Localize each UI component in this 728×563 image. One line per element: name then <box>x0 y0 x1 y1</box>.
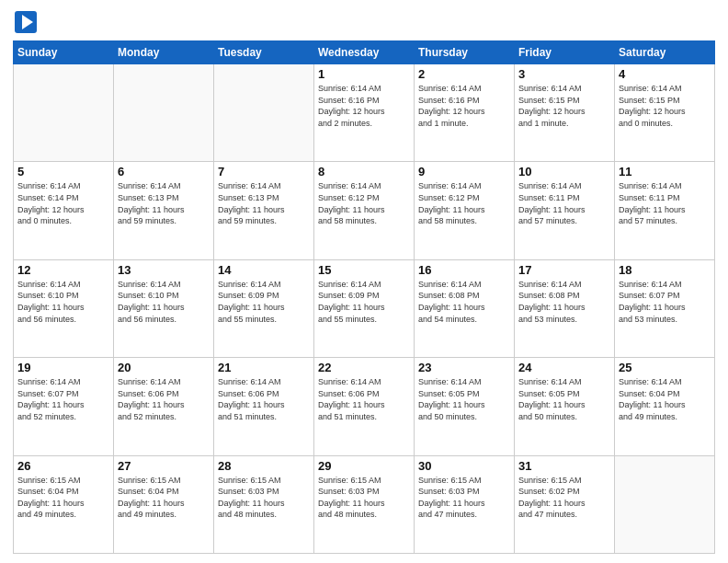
day-number: 28 <box>218 459 310 473</box>
page: SundayMondayTuesdayWednesdayThursdayFrid… <box>0 0 728 563</box>
weekday-header-sunday: Sunday <box>14 41 114 64</box>
day-info: Sunrise: 6:14 AM Sunset: 6:06 PM Dayligh… <box>318 376 410 422</box>
day-number: 18 <box>619 263 711 277</box>
calendar-cell: 7Sunrise: 6:14 AM Sunset: 6:13 PM Daylig… <box>214 162 314 259</box>
day-number: 10 <box>518 165 610 178</box>
day-number: 3 <box>518 67 610 81</box>
day-number: 22 <box>318 361 410 374</box>
calendar-cell: 29Sunrise: 6:15 AM Sunset: 6:03 PM Dayli… <box>314 455 415 553</box>
calendar-cell: 11Sunrise: 6:14 AM Sunset: 6:11 PM Dayli… <box>615 162 715 259</box>
calendar-cell: 26Sunrise: 6:15 AM Sunset: 6:04 PM Dayli… <box>14 455 114 553</box>
calendar-cell: 2Sunrise: 6:14 AM Sunset: 6:16 PM Daylig… <box>415 64 515 162</box>
calendar-cell <box>14 64 114 162</box>
calendar-cell: 28Sunrise: 6:15 AM Sunset: 6:03 PM Dayli… <box>214 455 314 553</box>
day-info: Sunrise: 6:14 AM Sunset: 6:06 PM Dayligh… <box>218 376 310 422</box>
day-number: 21 <box>218 361 310 374</box>
calendar-cell: 8Sunrise: 6:14 AM Sunset: 6:12 PM Daylig… <box>314 162 415 259</box>
calendar-cell: 14Sunrise: 6:14 AM Sunset: 6:09 PM Dayli… <box>214 259 314 357</box>
day-number: 6 <box>118 165 210 178</box>
day-info: Sunrise: 6:15 AM Sunset: 6:03 PM Dayligh… <box>318 475 410 521</box>
day-info: Sunrise: 6:14 AM Sunset: 6:13 PM Dayligh… <box>118 180 210 226</box>
day-info: Sunrise: 6:14 AM Sunset: 6:04 PM Dayligh… <box>619 376 711 422</box>
calendar-cell: 30Sunrise: 6:15 AM Sunset: 6:03 PM Dayli… <box>415 455 515 553</box>
calendar-cell: 13Sunrise: 6:14 AM Sunset: 6:10 PM Dayli… <box>114 259 214 357</box>
day-info: Sunrise: 6:15 AM Sunset: 6:02 PM Dayligh… <box>518 475 610 521</box>
day-info: Sunrise: 6:14 AM Sunset: 6:16 PM Dayligh… <box>318 83 410 129</box>
calendar-cell: 18Sunrise: 6:14 AM Sunset: 6:07 PM Dayli… <box>615 259 715 357</box>
calendar-cell: 10Sunrise: 6:14 AM Sunset: 6:11 PM Dayli… <box>515 162 615 259</box>
weekday-header-row: SundayMondayTuesdayWednesdayThursdayFrid… <box>14 41 715 64</box>
day-info: Sunrise: 6:14 AM Sunset: 6:08 PM Dayligh… <box>518 279 610 325</box>
day-info: Sunrise: 6:14 AM Sunset: 6:05 PM Dayligh… <box>418 376 510 422</box>
day-number: 12 <box>17 263 109 277</box>
day-info: Sunrise: 6:15 AM Sunset: 6:04 PM Dayligh… <box>118 475 210 521</box>
day-number: 17 <box>518 263 610 277</box>
calendar-cell <box>214 64 314 162</box>
day-number: 15 <box>318 263 410 277</box>
calendar-cell: 9Sunrise: 6:14 AM Sunset: 6:12 PM Daylig… <box>415 162 515 259</box>
calendar-cell: 12Sunrise: 6:14 AM Sunset: 6:10 PM Dayli… <box>14 259 114 357</box>
week-row-2: 12Sunrise: 6:14 AM Sunset: 6:10 PM Dayli… <box>14 259 715 357</box>
calendar-cell: 1Sunrise: 6:14 AM Sunset: 6:16 PM Daylig… <box>314 64 415 162</box>
day-number: 16 <box>418 263 510 277</box>
week-row-1: 5Sunrise: 6:14 AM Sunset: 6:14 PM Daylig… <box>14 162 715 259</box>
day-info: Sunrise: 6:14 AM Sunset: 6:05 PM Dayligh… <box>518 376 610 422</box>
day-number: 7 <box>218 165 310 178</box>
day-number: 31 <box>518 459 610 473</box>
day-number: 11 <box>619 165 711 178</box>
week-row-4: 26Sunrise: 6:15 AM Sunset: 6:04 PM Dayli… <box>14 455 715 553</box>
weekday-header-tuesday: Tuesday <box>214 41 314 64</box>
day-info: Sunrise: 6:14 AM Sunset: 6:16 PM Dayligh… <box>418 83 510 129</box>
day-number: 9 <box>418 165 510 178</box>
logo <box>13 9 42 35</box>
calendar-cell: 25Sunrise: 6:14 AM Sunset: 6:04 PM Dayli… <box>615 358 715 455</box>
day-info: Sunrise: 6:14 AM Sunset: 6:11 PM Dayligh… <box>619 180 711 226</box>
day-number: 8 <box>318 165 410 178</box>
calendar-cell: 20Sunrise: 6:14 AM Sunset: 6:06 PM Dayli… <box>114 358 214 455</box>
calendar-cell <box>615 455 715 553</box>
day-info: Sunrise: 6:14 AM Sunset: 6:09 PM Dayligh… <box>318 279 410 325</box>
day-number: 13 <box>118 263 210 277</box>
calendar-cell: 31Sunrise: 6:15 AM Sunset: 6:02 PM Dayli… <box>515 455 615 553</box>
header <box>13 9 715 35</box>
day-info: Sunrise: 6:14 AM Sunset: 6:07 PM Dayligh… <box>619 279 711 325</box>
calendar-cell: 16Sunrise: 6:14 AM Sunset: 6:08 PM Dayli… <box>415 259 515 357</box>
day-number: 29 <box>318 459 410 473</box>
day-info: Sunrise: 6:14 AM Sunset: 6:15 PM Dayligh… <box>518 83 610 129</box>
day-number: 1 <box>318 67 410 81</box>
day-info: Sunrise: 6:14 AM Sunset: 6:11 PM Dayligh… <box>518 180 610 226</box>
day-info: Sunrise: 6:14 AM Sunset: 6:10 PM Dayligh… <box>118 279 210 325</box>
calendar-cell: 22Sunrise: 6:14 AM Sunset: 6:06 PM Dayli… <box>314 358 415 455</box>
weekday-header-wednesday: Wednesday <box>314 41 415 64</box>
day-number: 25 <box>619 361 711 374</box>
day-number: 23 <box>418 361 510 374</box>
day-number: 27 <box>118 459 210 473</box>
day-number: 20 <box>118 361 210 374</box>
day-number: 14 <box>218 263 310 277</box>
day-info: Sunrise: 6:14 AM Sunset: 6:12 PM Dayligh… <box>418 180 510 226</box>
day-number: 2 <box>418 67 510 81</box>
day-number: 4 <box>619 67 711 81</box>
day-info: Sunrise: 6:14 AM Sunset: 6:15 PM Dayligh… <box>619 83 711 129</box>
day-info: Sunrise: 6:15 AM Sunset: 6:03 PM Dayligh… <box>418 475 510 521</box>
day-number: 30 <box>418 459 510 473</box>
day-number: 19 <box>17 361 109 374</box>
weekday-header-thursday: Thursday <box>415 41 515 64</box>
calendar-cell: 17Sunrise: 6:14 AM Sunset: 6:08 PM Dayli… <box>515 259 615 357</box>
weekday-header-friday: Friday <box>515 41 615 64</box>
calendar-table: SundayMondayTuesdayWednesdayThursdayFrid… <box>13 40 715 554</box>
day-info: Sunrise: 6:14 AM Sunset: 6:12 PM Dayligh… <box>318 180 410 226</box>
day-info: Sunrise: 6:14 AM Sunset: 6:08 PM Dayligh… <box>418 279 510 325</box>
day-number: 24 <box>518 361 610 374</box>
calendar-cell: 21Sunrise: 6:14 AM Sunset: 6:06 PM Dayli… <box>214 358 314 455</box>
calendar-cell <box>114 64 214 162</box>
calendar-cell: 23Sunrise: 6:14 AM Sunset: 6:05 PM Dayli… <box>415 358 515 455</box>
day-info: Sunrise: 6:15 AM Sunset: 6:04 PM Dayligh… <box>17 475 109 521</box>
calendar-cell: 4Sunrise: 6:14 AM Sunset: 6:15 PM Daylig… <box>615 64 715 162</box>
day-info: Sunrise: 6:14 AM Sunset: 6:06 PM Dayligh… <box>118 376 210 422</box>
day-info: Sunrise: 6:14 AM Sunset: 6:13 PM Dayligh… <box>218 180 310 226</box>
weekday-header-monday: Monday <box>114 41 214 64</box>
day-info: Sunrise: 6:14 AM Sunset: 6:10 PM Dayligh… <box>17 279 109 325</box>
day-number: 5 <box>17 165 109 178</box>
calendar-cell: 15Sunrise: 6:14 AM Sunset: 6:09 PM Dayli… <box>314 259 415 357</box>
